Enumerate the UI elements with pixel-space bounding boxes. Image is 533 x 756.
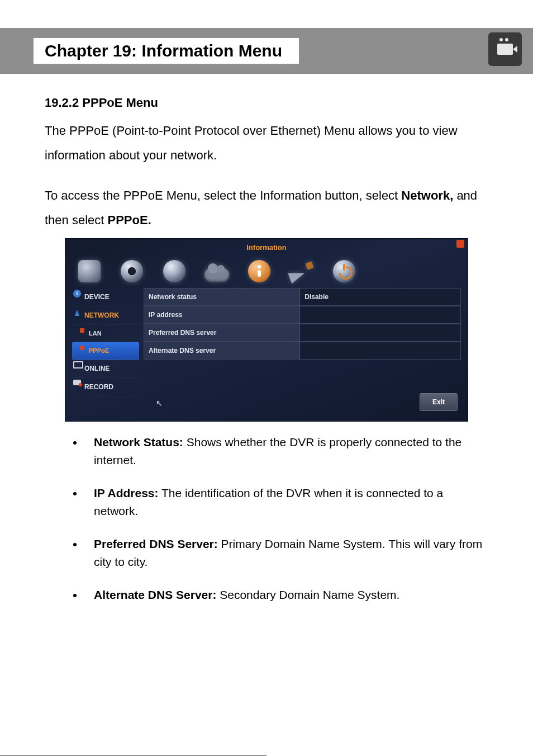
bullet-term: Network Status: [94, 436, 183, 448]
dot-icon [80, 328, 84, 333]
sidebar-item-label: RECORD [84, 383, 113, 391]
tab-record-icon[interactable] [160, 259, 188, 284]
bullet-term: Preferred DNS Server: [94, 537, 218, 550]
sidebar-item-label: NETWORK [84, 311, 119, 319]
sidebar-item-label: ONLINE [84, 365, 110, 372]
network-icon [73, 308, 81, 316]
camera-icon [488, 32, 522, 66]
info-panel: Network status Disable IP address Prefer… [144, 288, 461, 411]
bullet-list: Network Status: Shows whether the DVR is… [45, 433, 488, 604]
tab-tools-icon[interactable] [288, 259, 316, 284]
sidebar: i DEVICE NETWORK LAN PPPoE [72, 288, 139, 411]
row-value [299, 306, 461, 324]
sidebar-item-lan[interactable]: LAN [72, 325, 139, 342]
chapter-title: Chapter 19: Information Menu [34, 38, 299, 64]
sidebar-item-label: DEVICE [84, 293, 110, 301]
list-item: Network Status: Shows whether the DVR is… [84, 433, 488, 469]
intro-paragraph-1: The PPPoE (Point-to-Point Protocol over … [45, 119, 488, 168]
bullet-term: Alternate DNS Server: [94, 588, 216, 601]
bullet-desc: Secondary Domain Name System. [216, 588, 399, 601]
tab-camera-icon[interactable] [118, 259, 146, 284]
record-icon [73, 380, 81, 385]
close-icon[interactable] [456, 240, 464, 248]
intro-p2-bold2: PPPoE. [108, 213, 151, 227]
sidebar-item-label: PPPoE [89, 347, 109, 354]
sidebar-item-record[interactable]: RECORD [72, 378, 139, 396]
tab-information-icon[interactable] [245, 259, 273, 284]
list-item: Preferred DNS Server: Primary Domain Nam… [84, 535, 488, 570]
sidebar-item-label: LAN [89, 330, 102, 337]
info-icon: i [73, 290, 81, 297]
chapter-header: Chapter 19: Information Menu [0, 28, 533, 74]
bullet-term: IP Address: [94, 486, 159, 499]
row-label: IP address [144, 306, 299, 324]
sidebar-item-online[interactable]: ONLINE [72, 360, 139, 378]
intro-p2-pre: To access the PPPoE Menu, select the Inf… [45, 188, 401, 202]
sidebar-item-device[interactable]: i DEVICE [72, 288, 139, 306]
row-label: Preferred DNS server [144, 324, 299, 342]
table-row: Preferred DNS server [144, 324, 461, 342]
sidebar-item-network[interactable]: NETWORK [72, 306, 139, 325]
window-title: Information [246, 243, 287, 252]
intro-paragraph-2: To access the PPPoE Menu, select the Inf… [45, 183, 488, 233]
list-item: Alternate DNS Server: Secondary Domain N… [84, 586, 488, 604]
monitor-icon [73, 361, 83, 368]
top-tab-row [65, 257, 468, 287]
row-label: Alternate DNS server [144, 342, 299, 360]
table-row: Alternate DNS server [144, 342, 461, 360]
tab-power-icon[interactable] [330, 259, 358, 284]
intro-p2-bold1: Network, [401, 188, 453, 202]
row-value [299, 324, 461, 342]
section-heading: 19.2.2 PPPoE Menu [45, 91, 488, 115]
sidebar-item-pppoe[interactable]: PPPoE [72, 342, 139, 360]
dot-icon [80, 346, 84, 350]
table-row: IP address [144, 306, 461, 324]
window-title-bar: Information [65, 239, 468, 257]
exit-button[interactable]: Exit [420, 393, 458, 411]
screenshot: Information i DEVICE [65, 238, 468, 422]
tab-settings-icon[interactable] [75, 259, 103, 284]
row-label: Network status [144, 288, 299, 306]
list-item: IP Address: The identification of the DV… [84, 484, 488, 519]
table-row: Network status Disable [144, 288, 461, 306]
row-value: Disable [299, 288, 461, 306]
tab-network-icon[interactable] [203, 259, 231, 284]
row-value [299, 342, 461, 360]
cursor-icon: ↖ [156, 395, 163, 411]
